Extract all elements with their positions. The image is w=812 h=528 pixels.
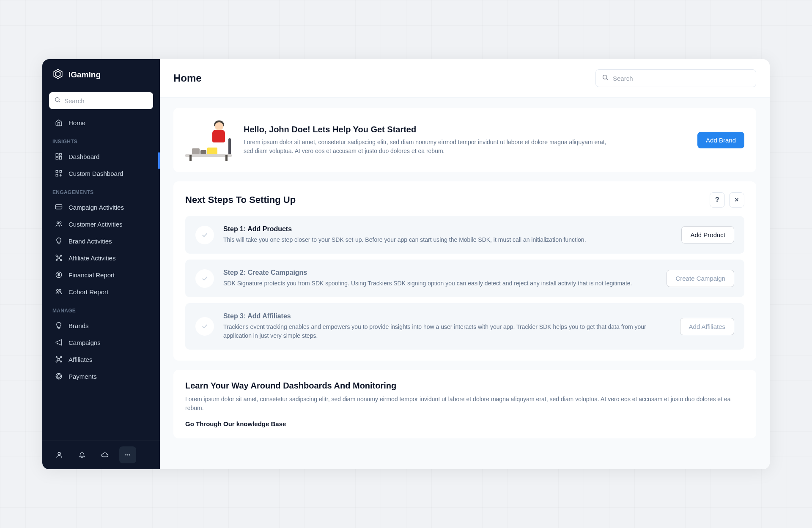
nav-financial-report[interactable]: Financial Report: [42, 266, 160, 283]
check-icon: [195, 269, 214, 288]
svg-point-35: [60, 361, 62, 362]
svg-point-16: [60, 222, 61, 223]
nav-label: Payments: [69, 373, 97, 380]
step-body: Step 3: Add Affiliates Trackier's event …: [223, 312, 671, 340]
footer-notifications-button[interactable]: [74, 446, 91, 463]
svg-point-2: [55, 98, 59, 101]
svg-rect-4: [56, 153, 58, 156]
nav-affiliates[interactable]: Affiliates: [42, 351, 160, 368]
sidebar-scroll-indicator: [158, 152, 160, 169]
learn-title: Learn Your Way Around Dashboards And Mon…: [185, 381, 744, 391]
nav-payments[interactable]: Payments: [42, 368, 160, 385]
footer-user-button[interactable]: [51, 446, 68, 463]
check-icon: [195, 317, 214, 336]
nav-cohort-report[interactable]: Cohort Report: [42, 283, 160, 300]
svg-point-50: [603, 75, 607, 79]
step-description: SDK Signature protects you from SDK spoo…: [223, 279, 657, 288]
svg-point-29: [59, 290, 61, 292]
step-description: Trackier's event tracking enables and em…: [223, 323, 671, 340]
section-engagements-label: ENGAGEMENTS: [42, 182, 160, 199]
nav-label: Brand Activities: [69, 238, 112, 245]
main-area: Home Hello, John Doe! Lets Help You Get …: [160, 59, 770, 469]
brand-name: IGaming: [69, 70, 101, 79]
setup-title: Next Steps To Setting Up: [185, 194, 296, 205]
top-search-input[interactable]: [613, 75, 750, 82]
step-title: Step 3: Add Affiliates: [223, 312, 671, 320]
top-search[interactable]: [595, 69, 756, 87]
nav-dashboard[interactable]: Dashboard: [42, 148, 160, 165]
add-product-button[interactable]: Add Product: [681, 226, 734, 243]
step-title: Step 1: Add Products: [223, 225, 672, 233]
svg-point-32: [56, 356, 57, 358]
search-icon: [602, 74, 609, 82]
svg-line-36: [57, 358, 58, 358]
nav-label: Cohort Report: [69, 288, 108, 295]
nav-label: Campaign Activities: [69, 204, 124, 211]
close-button[interactable]: ×: [729, 192, 744, 208]
svg-line-37: [60, 358, 60, 358]
svg-line-38: [57, 360, 58, 361]
page-title: Home: [173, 72, 202, 84]
svg-point-21: [56, 260, 57, 261]
nav-affiliate-activities[interactable]: Affiliate Activities: [42, 249, 160, 266]
nav-brand-activities[interactable]: Brand Activities: [42, 233, 160, 249]
create-campaign-button[interactable]: Create Campaign: [667, 270, 734, 287]
svg-rect-7: [56, 158, 58, 159]
sidebar-search[interactable]: [49, 92, 153, 109]
add-brand-button[interactable]: Add Brand: [697, 132, 744, 148]
svg-line-39: [60, 360, 60, 361]
svg-point-15: [57, 222, 59, 224]
nav-label: Customer Activities: [69, 221, 123, 228]
svg-point-19: [56, 255, 57, 256]
nav-label: Dashboard: [69, 153, 99, 160]
nav-brands[interactable]: Brands: [42, 317, 160, 334]
setup-step-1: Step 1: Add Products This will take you …: [185, 216, 744, 254]
sidebar-nav: Home INSIGHTS Dashboard Custom Dashboard…: [42, 114, 160, 440]
setup-panel: Next Steps To Setting Up ? × Step 1: Add…: [173, 181, 756, 361]
step-body: Step 1: Add Products This will take you …: [223, 225, 672, 244]
hero-illustration: [185, 119, 232, 161]
content: Hello, John Doe! Lets Help You Get Start…: [160, 98, 770, 469]
sidebar-footer: [42, 440, 160, 469]
nav-label: Brands: [69, 322, 89, 329]
svg-rect-6: [60, 156, 62, 159]
svg-point-49: [129, 454, 130, 455]
svg-rect-10: [56, 174, 58, 176]
nav-label: Affiliates: [69, 356, 92, 363]
svg-rect-8: [56, 170, 58, 172]
svg-marker-0: [54, 69, 62, 79]
svg-point-47: [125, 454, 126, 455]
help-button[interactable]: ?: [710, 192, 725, 208]
footer-cloud-button[interactable]: [96, 446, 113, 463]
nav-custom-dashboard[interactable]: Custom Dashboard: [42, 165, 160, 182]
svg-line-3: [59, 101, 60, 102]
svg-line-23: [57, 256, 58, 257]
learn-subheading: Go Through Our knowledge Base: [185, 420, 744, 427]
hero-text: Hello, John Doe! Lets Help You Get Start…: [244, 125, 686, 156]
setup-header: Next Steps To Setting Up ? ×: [185, 192, 744, 208]
search-icon: [54, 96, 61, 105]
nav-customer-activities[interactable]: Customer Activities: [42, 216, 160, 233]
nav-campaigns[interactable]: Campaigns: [42, 334, 160, 351]
svg-point-20: [60, 255, 62, 256]
check-icon: [195, 226, 214, 244]
setup-step-2: Step 2: Create Campaigns SDK Signature p…: [185, 260, 744, 297]
nav-label: Campaigns: [69, 339, 101, 346]
footer-more-button[interactable]: [119, 446, 136, 463]
svg-point-22: [60, 260, 62, 261]
sidebar-search-input[interactable]: [64, 97, 148, 104]
brand: IGaming: [42, 59, 160, 89]
svg-line-26: [60, 259, 60, 260]
learn-card: Learn Your Way Around Dashboards And Mon…: [173, 370, 756, 438]
learn-description: Lorem ipsum dolor sit amet, consetetur s…: [185, 395, 744, 413]
svg-line-25: [57, 259, 58, 260]
svg-point-28: [57, 290, 59, 292]
nav-campaign-activities[interactable]: Campaign Activities: [42, 199, 160, 216]
section-insights-label: INSIGHTS: [42, 131, 160, 148]
svg-point-34: [56, 361, 57, 362]
setup-step-3: Step 3: Add Affiliates Trackier's event …: [185, 303, 744, 350]
nav-home[interactable]: Home: [42, 114, 160, 131]
step-description: This will take you one step closer to yo…: [223, 235, 672, 244]
add-affiliates-button[interactable]: Add Affiliates: [680, 318, 734, 335]
nav-home-label: Home: [69, 119, 85, 126]
